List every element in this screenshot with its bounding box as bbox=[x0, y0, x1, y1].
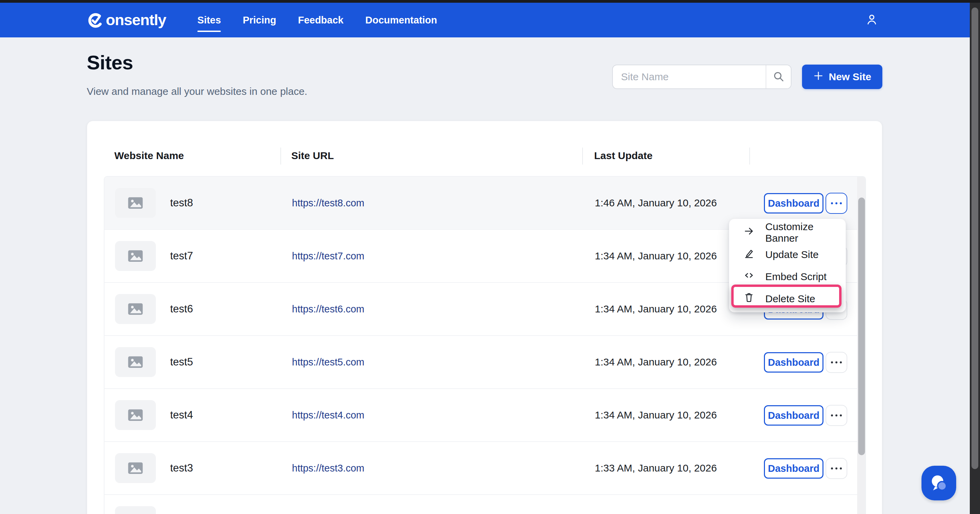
row-actions-menu-button[interactable] bbox=[826, 352, 847, 373]
logo-c-check-icon bbox=[87, 11, 105, 29]
row-actions-menu-button[interactable] bbox=[826, 405, 847, 426]
column-header-site-url: Site URL bbox=[291, 150, 334, 162]
consently-logo[interactable]: onsently bbox=[87, 11, 166, 29]
column-header-last-update: Last Update bbox=[594, 150, 653, 162]
plus-icon bbox=[813, 70, 824, 84]
table-scrollbar-thumb[interactable] bbox=[858, 198, 865, 455]
table-row: test3 https://test3.com 1:33 AM, January… bbox=[105, 442, 865, 495]
last-update-value: 1:34 AM, January 10, 2026 bbox=[595, 356, 717, 368]
code-icon bbox=[743, 270, 754, 283]
new-site-label: New Site bbox=[829, 71, 871, 82]
dashboard-button[interactable]: Dashboard bbox=[764, 193, 824, 214]
nav-item-pricing[interactable]: Pricing bbox=[243, 14, 276, 26]
site-url-link[interactable]: https://test6.com bbox=[292, 304, 364, 315]
menu-item-embed-script[interactable]: Embed Script bbox=[729, 265, 846, 287]
chat-bubbles-icon bbox=[928, 473, 950, 494]
site-name: test4 bbox=[170, 409, 193, 421]
arrow-right-icon bbox=[743, 226, 754, 239]
menu-item-update-site[interactable]: Update Site bbox=[729, 243, 846, 265]
site-thumbnail bbox=[115, 294, 156, 324]
menu-item-label: Customize Banner bbox=[765, 221, 846, 244]
site-name: test8 bbox=[170, 197, 193, 209]
column-divider bbox=[749, 148, 750, 165]
site-search-group bbox=[612, 65, 791, 89]
table-row: test5 https://test5.com 1:34 AM, January… bbox=[105, 336, 865, 389]
page-subtitle: View and manage all your websites in one… bbox=[87, 86, 307, 97]
dashboard-button[interactable]: Dashboard bbox=[764, 458, 824, 479]
table-row: test4 https://test4.com 1:34 AM, January… bbox=[105, 389, 865, 442]
site-thumbnail bbox=[115, 506, 156, 514]
table-scrollbar[interactable] bbox=[857, 177, 866, 514]
menu-item-label: Embed Script bbox=[765, 271, 827, 282]
browser-scrollbar-thumb[interactable] bbox=[972, 8, 978, 469]
last-update-value: 1:34 AM, January 10, 2026 bbox=[595, 303, 717, 315]
row-actions-menu-button[interactable] bbox=[826, 193, 847, 214]
nav-item-feedback[interactable]: Feedback bbox=[298, 14, 344, 26]
page-title: Sites bbox=[87, 51, 133, 74]
column-divider bbox=[582, 148, 583, 165]
top-navigation-bar: onsently Sites Pricing Feedback Document… bbox=[0, 3, 970, 37]
chat-widget-button[interactable] bbox=[921, 466, 956, 500]
last-update-value: 1:34 AM, January 10, 2026 bbox=[595, 250, 717, 262]
menu-item-label: Update Site bbox=[765, 249, 819, 260]
site-url-link[interactable]: https://test7.com bbox=[292, 251, 364, 262]
browser-scrollbar[interactable] bbox=[970, 3, 980, 514]
dashboard-button[interactable]: Dashboard bbox=[764, 352, 824, 373]
site-name: test7 bbox=[170, 250, 193, 262]
trash-icon bbox=[743, 292, 754, 305]
site-url-link[interactable]: https://test4.com bbox=[292, 409, 364, 421]
site-name: test3 bbox=[170, 462, 193, 474]
column-divider bbox=[280, 148, 281, 165]
user-account-icon[interactable] bbox=[865, 13, 878, 27]
site-thumbnail bbox=[115, 453, 156, 483]
site-thumbnail bbox=[115, 188, 156, 218]
site-url-link[interactable]: https://test8.com bbox=[292, 198, 364, 209]
new-site-button[interactable]: New Site bbox=[802, 65, 882, 89]
last-update-value: 1:46 AM, January 10, 2026 bbox=[595, 197, 717, 209]
menu-item-customize-banner[interactable]: Customize Banner bbox=[729, 221, 846, 243]
pencil-line-icon bbox=[743, 248, 754, 261]
nav-item-documentation[interactable]: Documentation bbox=[365, 14, 437, 26]
row-actions-context-menu: Customize Banner Update Site Embed Scrip… bbox=[729, 219, 846, 313]
menu-item-label: Delete Site bbox=[765, 293, 815, 305]
sites-table-card: Website Name Site URL Last Update test8 … bbox=[87, 121, 882, 514]
site-thumbnail bbox=[115, 347, 156, 377]
site-url-link[interactable]: https://test3.com bbox=[292, 463, 364, 474]
last-update-value: 1:34 AM, January 10, 2026 bbox=[595, 409, 717, 421]
table-row-partial bbox=[105, 495, 865, 514]
search-icon bbox=[772, 70, 785, 84]
row-actions-menu-button[interactable] bbox=[826, 458, 847, 479]
search-input[interactable] bbox=[613, 65, 765, 88]
window-top-strip bbox=[0, 0, 980, 3]
site-name: test6 bbox=[170, 303, 193, 315]
menu-item-delete-site[interactable]: Delete Site bbox=[729, 287, 846, 310]
logo-wordmark: onsently bbox=[106, 11, 166, 29]
site-thumbnail bbox=[115, 241, 156, 271]
nav-item-sites[interactable]: Sites bbox=[197, 14, 221, 26]
dashboard-button[interactable]: Dashboard bbox=[764, 405, 824, 426]
site-thumbnail bbox=[115, 400, 156, 430]
site-url-link[interactable]: https://test5.com bbox=[292, 357, 364, 368]
column-header-website-name: Website Name bbox=[115, 150, 184, 162]
last-update-value: 1:33 AM, January 10, 2026 bbox=[595, 462, 717, 474]
site-name: test5 bbox=[170, 356, 193, 368]
main-nav: Sites Pricing Feedback Documentation bbox=[197, 14, 437, 26]
app-screen: onsently Sites Pricing Feedback Document… bbox=[0, 0, 980, 514]
search-button[interactable] bbox=[766, 65, 791, 88]
